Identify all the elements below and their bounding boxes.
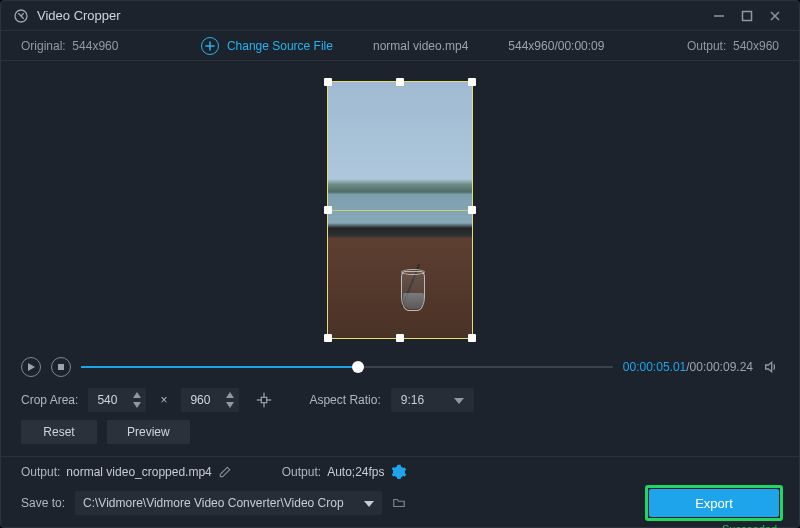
svg-marker-6 bbox=[133, 402, 141, 408]
stop-button[interactable] bbox=[51, 357, 71, 377]
app-window: Video Cropper Original: 544x960 Change S… bbox=[0, 0, 800, 528]
output-settings-label: Output: bbox=[282, 465, 321, 479]
edit-icon[interactable] bbox=[218, 465, 232, 479]
svg-rect-13 bbox=[262, 397, 267, 402]
save-row: Save to: C:\Vidmore\Vidmore Video Conver… bbox=[1, 487, 799, 527]
crop-width-up[interactable] bbox=[131, 390, 143, 400]
output-file-name: normal video_cropped.mp4 bbox=[66, 465, 211, 479]
chevron-down-icon bbox=[454, 393, 464, 407]
minimize-button[interactable] bbox=[705, 2, 733, 30]
preview-button[interactable]: Preview bbox=[107, 420, 190, 444]
crop-height-value: 960 bbox=[190, 393, 222, 407]
svg-marker-14 bbox=[454, 398, 464, 404]
status-succeeded: Succeeded bbox=[722, 523, 777, 528]
preview-area bbox=[1, 61, 799, 354]
app-title: Video Cropper bbox=[37, 8, 121, 23]
svg-rect-2 bbox=[743, 11, 752, 20]
crop-width-down[interactable] bbox=[131, 400, 143, 410]
crop-height-up[interactable] bbox=[224, 390, 236, 400]
timecode: 00:00:05.01/00:00:09.24 bbox=[623, 360, 753, 374]
change-source-label: Change Source File bbox=[227, 39, 333, 53]
change-source-button[interactable]: Change Source File bbox=[201, 37, 333, 55]
crop-controls: Crop Area: 540 × 960 Aspect Ratio: bbox=[1, 380, 799, 420]
output-row: Output: normal video_cropped.mp4 Output:… bbox=[1, 457, 799, 487]
timeline-fill bbox=[81, 366, 358, 368]
timeline-slider[interactable] bbox=[81, 357, 613, 377]
thumbnail-glass bbox=[397, 263, 431, 319]
open-folder-button[interactable] bbox=[392, 496, 406, 510]
video-thumbnail bbox=[327, 81, 473, 339]
aspect-ratio-select[interactable]: 9:16 bbox=[391, 388, 474, 412]
output-size-label: Output: 540x960 bbox=[687, 39, 779, 53]
play-button[interactable] bbox=[21, 357, 41, 377]
aspect-ratio-value: 9:16 bbox=[401, 393, 424, 407]
gear-icon[interactable] bbox=[391, 464, 407, 480]
svg-rect-4 bbox=[58, 364, 64, 370]
crop-width-value: 540 bbox=[97, 393, 129, 407]
volume-button[interactable] bbox=[763, 359, 779, 375]
svg-marker-3 bbox=[28, 363, 35, 371]
save-path-value: C:\Vidmore\Vidmore Video Converter\Video… bbox=[83, 496, 344, 510]
title-bar: Video Cropper bbox=[1, 1, 799, 31]
maximize-button[interactable] bbox=[733, 2, 761, 30]
multiply-sign: × bbox=[156, 393, 171, 407]
timeline-knob[interactable] bbox=[352, 361, 364, 373]
svg-marker-5 bbox=[133, 392, 141, 398]
total-time: 00:00:09.24 bbox=[690, 360, 753, 374]
original-size-value: 544x960 bbox=[72, 39, 118, 53]
svg-marker-15 bbox=[364, 501, 374, 507]
output-size-value: 540x960 bbox=[733, 39, 779, 53]
action-buttons: Reset Preview bbox=[1, 420, 799, 456]
app-logo-icon bbox=[13, 8, 29, 24]
reset-button[interactable]: Reset bbox=[21, 420, 97, 444]
original-label-text: Original: bbox=[21, 39, 66, 53]
svg-marker-7 bbox=[226, 392, 234, 398]
original-size-label: Original: 544x960 bbox=[21, 39, 118, 53]
save-to-label: Save to: bbox=[21, 496, 65, 510]
crop-height-down[interactable] bbox=[224, 400, 236, 410]
playback-bar: 00:00:05.01/00:00:09.24 bbox=[1, 354, 799, 380]
export-button[interactable]: Export bbox=[649, 489, 779, 517]
current-time: 00:00:05.01 bbox=[623, 360, 686, 374]
output-settings-value: Auto;24fps bbox=[327, 465, 384, 479]
plus-circle-icon bbox=[201, 37, 219, 55]
close-button[interactable] bbox=[761, 2, 789, 30]
aspect-ratio-label: Aspect Ratio: bbox=[309, 393, 380, 407]
crop-area-label: Crop Area: bbox=[21, 393, 78, 407]
svg-marker-8 bbox=[226, 402, 234, 408]
crop-height-input[interactable]: 960 bbox=[181, 388, 239, 412]
chevron-down-icon bbox=[364, 496, 374, 510]
crop-width-input[interactable]: 540 bbox=[88, 388, 146, 412]
info-bar: Original: 544x960 Change Source File nor… bbox=[1, 31, 799, 61]
file-name: normal video.mp4 bbox=[373, 39, 468, 53]
output-file-label: Output: bbox=[21, 465, 60, 479]
save-path-select[interactable]: C:\Vidmore\Vidmore Video Converter\Video… bbox=[75, 491, 382, 515]
output-label-text: Output: bbox=[687, 39, 726, 53]
file-meta: 544x960/00:00:09 bbox=[508, 39, 604, 53]
video-frame[interactable] bbox=[327, 81, 473, 339]
export-wrap: Export Succeeded bbox=[649, 489, 779, 517]
center-crop-button[interactable] bbox=[249, 388, 279, 412]
